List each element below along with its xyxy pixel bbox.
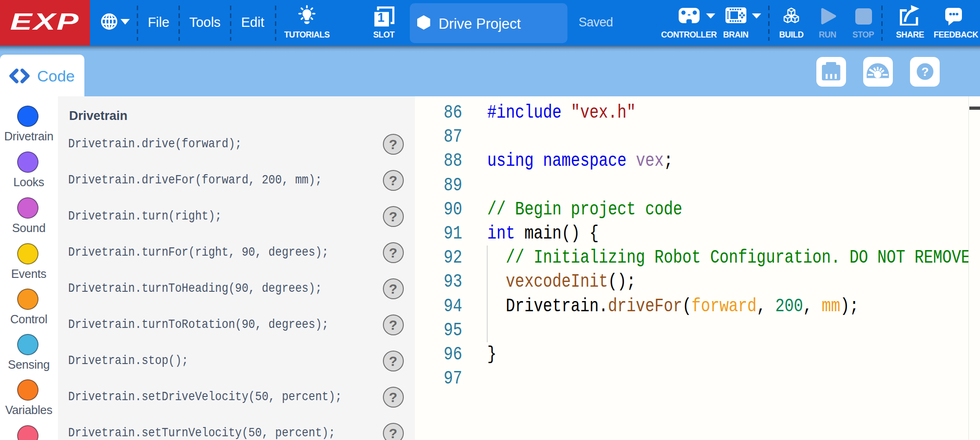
svg-text:?: ? [922,65,929,79]
svg-text:1: 1 [377,11,384,25]
